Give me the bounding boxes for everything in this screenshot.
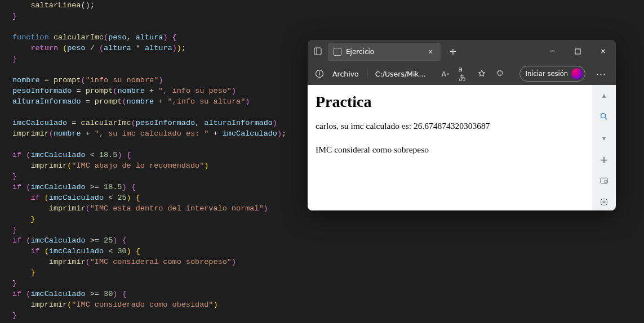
maximize-button[interactable] — [565, 40, 590, 62]
more-menu-icon[interactable]: ⋯ — [593, 68, 609, 80]
svg-point-10 — [603, 201, 605, 203]
address-bar: Archivo C:/Users/Mik... A» aあ Iniciar se… — [308, 62, 616, 85]
settings-icon[interactable] — [598, 196, 610, 208]
screenshot-icon[interactable] — [598, 175, 610, 186]
svg-line-7 — [605, 118, 607, 119]
result-line-2: IMC consideral como sobrepeso — [316, 145, 584, 155]
addr-path[interactable]: C:/Users/Mik... — [375, 70, 426, 78]
close-tab-icon[interactable]: × — [426, 48, 435, 56]
browser-window: Ejercicio × + ─ × Archivo C:/Users/Mik..… — [308, 40, 616, 210]
close-window-button[interactable]: × — [590, 40, 616, 62]
page-content: Practica carlos, su imc calculado es: 26… — [308, 85, 592, 210]
extensions-icon[interactable] — [495, 69, 505, 79]
svg-rect-0 — [314, 48, 321, 55]
svg-rect-5 — [319, 73, 319, 75]
fn-saltarlinea: saltarLinea — [30, 1, 81, 10]
login-label: Iniciar sesión — [526, 70, 568, 78]
document-icon — [334, 48, 341, 56]
chevron-down-icon[interactable]: ▾ — [598, 132, 610, 143]
minimize-button[interactable]: ─ — [540, 40, 565, 62]
result-line-1: carlos, su imc calculado es: 26.67487432… — [316, 121, 584, 131]
var-imc: imcCalculado — [12, 119, 67, 127]
tab-actions-icon[interactable] — [308, 40, 328, 62]
tab-ejercicio[interactable]: Ejercicio × — [328, 43, 441, 61]
favorite-icon[interactable] — [477, 69, 487, 79]
kw-function: function — [12, 33, 49, 42]
chevron-up-icon[interactable]: ▴ — [598, 89, 610, 101]
search-icon[interactable] — [598, 111, 610, 122]
svg-rect-9 — [605, 181, 607, 183]
svg-rect-2 — [575, 49, 580, 54]
login-button[interactable]: Iniciar sesión — [519, 66, 585, 82]
var-peso: pesoInformado — [12, 87, 72, 95]
fn-calcularimc: calcularImc — [54, 33, 104, 42]
browser-sidebar: ▴ ▾ + — [592, 85, 616, 210]
svg-point-4 — [319, 71, 320, 73]
svg-point-6 — [601, 114, 606, 118]
translate-icon[interactable]: aあ — [459, 69, 469, 79]
var-nombre: nombre — [12, 76, 40, 84]
new-tab-button[interactable]: + — [444, 46, 462, 57]
page-title: Practica — [316, 93, 584, 111]
text-size-icon[interactable]: A» — [441, 69, 451, 79]
titlebar: Ejercicio × + ─ × — [308, 40, 616, 62]
tab-title: Ejercicio — [346, 48, 374, 56]
addr-label: Archivo — [332, 70, 359, 78]
avatar-icon — [571, 68, 583, 79]
add-icon[interactable]: + — [598, 154, 610, 165]
info-icon[interactable] — [314, 69, 325, 79]
var-altura: alturaInformado — [12, 97, 81, 106]
